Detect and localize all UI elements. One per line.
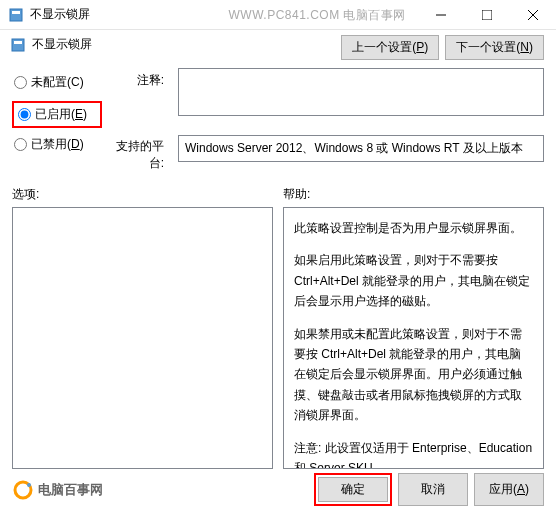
help-box: 此策略设置控制是否为用户显示锁屏界面。 如果启用此策略设置，则对于不需要按 Ct… bbox=[283, 207, 544, 469]
apply-button[interactable]: 应用(A) bbox=[474, 473, 544, 506]
highlight-ok: 确定 bbox=[314, 473, 392, 506]
app-icon bbox=[8, 7, 24, 23]
logo-text: 电脑百事网 bbox=[38, 481, 103, 499]
help-line: 注意: 此设置仅适用于 Enterprise、Education 和 Serve… bbox=[294, 438, 533, 469]
svg-rect-0 bbox=[10, 9, 22, 21]
radio-disabled-input[interactable] bbox=[14, 138, 27, 151]
close-button[interactable] bbox=[510, 0, 556, 30]
platform-box: Windows Server 2012、Windows 8 或 Windows … bbox=[178, 135, 544, 162]
svg-rect-1 bbox=[12, 11, 20, 14]
svg-rect-6 bbox=[12, 39, 24, 51]
next-setting-button[interactable]: 下一个设置(N) bbox=[445, 35, 544, 60]
platform-label: 支持的平台: bbox=[110, 138, 164, 172]
svg-rect-3 bbox=[482, 10, 492, 20]
help-line: 如果启用此策略设置，则对于不需要按 Ctrl+Alt+Del 就能登录的用户，其… bbox=[294, 250, 533, 311]
radio-not-configured-input[interactable] bbox=[14, 76, 27, 89]
radio-disabled[interactable]: 已禁用(D) bbox=[12, 134, 102, 155]
svg-rect-7 bbox=[14, 41, 22, 44]
options-box bbox=[12, 207, 273, 469]
radio-not-configured[interactable]: 未配置(C) bbox=[12, 72, 102, 93]
comment-textarea[interactable] bbox=[178, 68, 544, 116]
comment-label: 注释: bbox=[110, 72, 164, 98]
help-line: 此策略设置控制是否为用户显示锁屏界面。 bbox=[294, 218, 533, 238]
radio-enabled-input[interactable] bbox=[18, 108, 31, 121]
cancel-button[interactable]: 取消 bbox=[398, 473, 468, 506]
svg-point-9 bbox=[27, 483, 31, 487]
maximize-button[interactable] bbox=[464, 0, 510, 30]
watermark-text: WWW.PC841.COM 电脑百事网 bbox=[228, 7, 406, 24]
highlight-enabled: 已启用(E) bbox=[12, 101, 102, 128]
radio-enabled[interactable]: 已启用(E) bbox=[16, 104, 98, 125]
titlebar: 不显示锁屏 WWW.PC841.COM 电脑百事网 bbox=[0, 0, 556, 30]
subtitle-text: 不显示锁屏 bbox=[32, 36, 92, 53]
minimize-button[interactable] bbox=[418, 0, 464, 30]
options-label: 选项: bbox=[12, 186, 273, 203]
prev-setting-button[interactable]: 上一个设置(P) bbox=[341, 35, 439, 60]
help-line: 如果禁用或未配置此策略设置，则对于不需要按 Ctrl+Alt+Del 就能登录的… bbox=[294, 324, 533, 426]
help-label: 帮助: bbox=[283, 186, 544, 203]
logo-icon bbox=[12, 479, 34, 501]
site-logo: 电脑百事网 bbox=[12, 479, 103, 501]
policy-icon bbox=[10, 37, 26, 53]
ok-button[interactable]: 确定 bbox=[318, 477, 388, 502]
